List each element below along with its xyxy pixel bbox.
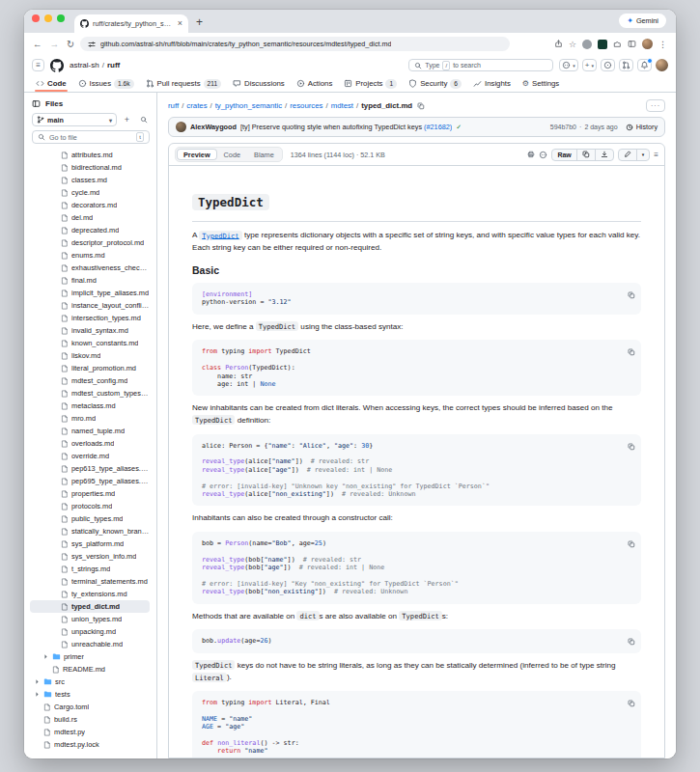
nav-item-pull-requests[interactable]: Pull requests211 <box>141 75 227 92</box>
copy-code-button[interactable] <box>628 345 635 359</box>
tree-file-ty_extensions.md[interactable]: ty_extensions.md <box>30 588 150 600</box>
more-options-button[interactable]: ··· <box>646 99 665 112</box>
edit-dropdown-icon[interactable]: ▾ <box>636 150 650 160</box>
tab-blame[interactable]: Blame <box>247 149 281 160</box>
create-new-button[interactable]: +▾ <box>582 59 597 71</box>
commit-status-check-icon[interactable]: ✓ <box>456 124 462 131</box>
add-file-button[interactable]: + <box>121 114 133 126</box>
commit-author-avatar[interactable] <box>176 122 186 132</box>
tree-file-implicit_type_aliases.md[interactable]: implicit_type_aliases.md <box>30 287 150 299</box>
browser-menu-icon[interactable]: ⋮ <box>658 40 667 49</box>
breadcrumb-link[interactable]: ty_python_semantic <box>215 101 282 110</box>
copy-path-icon[interactable] <box>417 102 425 110</box>
tree-file-decorators.md[interactable]: decorators.md <box>30 199 150 211</box>
tree-file-unpacking.md[interactable]: unpacking.md <box>30 625 150 638</box>
tree-file-liskov.md[interactable]: liskov.md <box>30 349 150 362</box>
copy-code-button[interactable] <box>628 696 635 710</box>
adblock-extension-icon[interactable] <box>598 40 607 49</box>
nav-item-actions[interactable]: Actions <box>292 75 338 92</box>
tree-file-intersection_types.md[interactable]: intersection_types.md <box>30 312 150 324</box>
tree-file-README.md[interactable]: README.md <box>30 663 150 676</box>
tree-file-mdtest.py[interactable]: mdtest.py <box>30 726 150 738</box>
tree-file-sys_version_info.md[interactable]: sys_version_info.md <box>30 550 150 563</box>
tree-folder-tests[interactable]: tests <box>30 688 150 701</box>
bookmark-star-icon[interactable]: ☆ <box>569 40 576 49</box>
copy-code-button[interactable] <box>628 288 635 302</box>
gemini-button[interactable]: ✦ Gemini <box>619 14 666 28</box>
issues-dashboard-button[interactable] <box>601 59 615 71</box>
minimize-window-button[interactable] <box>44 14 52 22</box>
browser-tab[interactable]: ruff/crates/ty_python_semantic/res × <box>74 14 188 33</box>
pr-link[interactable]: (#21682) <box>424 123 452 131</box>
breadcrumb-link[interactable]: resources <box>290 101 322 110</box>
tree-file-statically_known_branches.md[interactable]: statically_known_branches.md <box>30 525 150 538</box>
github-logo[interactable] <box>50 59 64 72</box>
tree-file-Cargo.toml[interactable]: Cargo.toml <box>30 701 150 713</box>
tree-file-descriptor_protocol.md[interactable]: descriptor_protocol.md <box>30 236 150 249</box>
breadcrumb-link[interactable]: crates <box>186 101 207 110</box>
org-link[interactable]: astral-sh <box>70 61 99 69</box>
tree-file-mdtest_config.md[interactable]: mdtest_config.md <box>30 374 150 387</box>
tree-file-unreachable.md[interactable]: unreachable.md <box>30 638 150 650</box>
tree-file-pep695_type_aliases.md[interactable]: pep695_type_aliases.md <box>30 475 150 487</box>
extension-icon[interactable] <box>582 40 592 49</box>
tree-file-literal_promotion.md[interactable]: literal_promotion.md <box>30 362 150 374</box>
reload-icon[interactable]: ↻ <box>67 39 74 49</box>
tree-file-deprecated.md[interactable]: deprecated.md <box>30 224 150 236</box>
tree-file-pep613_type_aliases.md[interactable]: pep613_type_aliases.md <box>30 462 150 475</box>
nav-item-projects[interactable]: Projects1 <box>339 75 402 92</box>
inline-code-link[interactable]: TypedDict <box>199 231 241 240</box>
nav-item-settings[interactable]: ⚙Settings <box>518 75 564 92</box>
history-button[interactable]: History <box>626 123 658 131</box>
repo-link[interactable]: ruff <box>107 61 120 69</box>
site-info-icon[interactable] <box>88 41 96 48</box>
pull-requests-dashboard-button[interactable] <box>619 59 633 71</box>
tree-file-sys_platform.md[interactable]: sys_platform.md <box>30 538 150 550</box>
tab-code[interactable]: Code <box>217 149 247 160</box>
nav-item-discussions[interactable]: Discussions <box>228 75 290 92</box>
new-tab-button[interactable]: + <box>188 15 210 33</box>
tab-close-icon[interactable]: × <box>178 19 182 28</box>
tree-file-protocols.md[interactable]: protocols.md <box>30 500 150 512</box>
back-icon[interactable]: ← <box>33 39 42 49</box>
tree-file-union_types.md[interactable]: union_types.md <box>30 613 150 625</box>
tree-file-mro.md[interactable]: mro.md <box>30 412 150 425</box>
tree-file-instance_layout_conflict.md[interactable]: instance_layout_conflict.md <box>30 299 150 312</box>
copilot-button[interactable]: ▾ <box>559 59 578 71</box>
tree-folder-primer[interactable]: primer <box>30 650 150 663</box>
commit-message[interactable]: [ty] Preserve quoting style when autofix… <box>240 123 452 131</box>
copy-code-button[interactable] <box>628 439 635 454</box>
notifications-button[interactable] <box>637 59 652 71</box>
breadcrumb-link[interactable]: mdtest <box>331 101 353 110</box>
collapse-sidebar-icon[interactable] <box>32 99 41 108</box>
search-this-repo-icon[interactable] <box>137 114 150 126</box>
edit-pencil-icon[interactable] <box>619 150 636 160</box>
browser-profile-avatar[interactable] <box>642 39 653 49</box>
address-bar[interactable]: github.com/astral-sh/ruff/blob/main/crat… <box>80 37 510 51</box>
github-user-avatar[interactable] <box>656 59 668 71</box>
tree-file-invalid_syntax.md[interactable]: invalid_syntax.md <box>30 324 150 337</box>
outline-icon[interactable]: ≡ <box>654 151 658 159</box>
nav-item-security[interactable]: Security6 <box>404 75 466 92</box>
nav-item-insights[interactable]: Insights <box>468 75 516 92</box>
tree-file-t_strings.md[interactable]: t_strings.md <box>30 563 150 575</box>
tree-file-exhaustiveness_checking.md[interactable]: exhaustiveness_checking.md <box>30 262 150 274</box>
tree-file-bidirectional.md[interactable]: bidirectional.md <box>30 161 150 174</box>
tree-file-known_constants.md[interactable]: known_constants.md <box>30 337 150 349</box>
tree-file-properties.md[interactable]: properties.md <box>30 487 150 500</box>
copy-file-icon[interactable] <box>576 150 595 160</box>
close-window-button[interactable] <box>32 14 40 22</box>
tree-file-named_tuple.md[interactable]: named_tuple.md <box>30 425 150 437</box>
tree-file-typed_dict.md[interactable]: typed_dict.md <box>30 600 150 613</box>
tree-file-enums.md[interactable]: enums.md <box>30 249 150 262</box>
breadcrumb-link[interactable]: ruff <box>168 101 179 110</box>
print-icon[interactable] <box>527 151 535 158</box>
tree-file-mdtest.py.lock[interactable]: mdtest.py.lock <box>30 738 150 751</box>
commit-hash[interactable]: 594b7b0 <box>550 124 576 130</box>
tree-file-overloads.md[interactable]: overloads.md <box>30 437 150 450</box>
tree-file-mdtest_custom_typeshed.md[interactable]: mdtest_custom_typeshed.md <box>30 387 150 400</box>
puzzle-extensions-icon[interactable] <box>613 40 622 48</box>
tree-file-metaclass.md[interactable]: metaclass.md <box>30 400 150 412</box>
share-icon[interactable] <box>554 40 563 48</box>
tree-file-classes.md[interactable]: classes.md <box>30 174 150 186</box>
